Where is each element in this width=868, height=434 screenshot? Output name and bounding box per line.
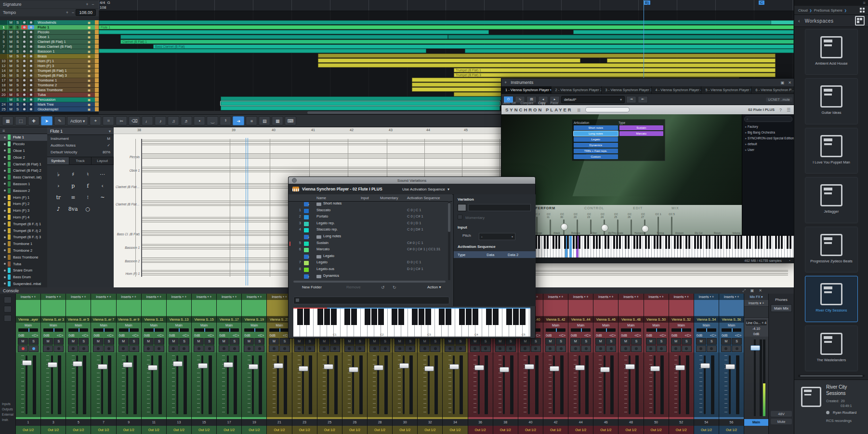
inserts-header[interactable]: Inserts▾+ — [543, 294, 568, 300]
activation-sequence[interactable]: C# 0 | C 1 — [407, 241, 423, 245]
redo-icon[interactable]: ↻ — [393, 285, 396, 290]
mute-button[interactable]: M — [8, 107, 14, 111]
dialog-titlebar[interactable]: Sound Variations — [289, 177, 535, 184]
mute-button[interactable]: M — [595, 338, 605, 345]
monitor-button[interactable] — [556, 345, 566, 352]
mute-button[interactable]: M — [169, 338, 179, 345]
solo-button[interactable]: S — [14, 73, 21, 78]
variation-color[interactable] — [304, 222, 309, 226]
solo-button[interactable]: S — [14, 107, 21, 111]
mute-button[interactable]: M — [520, 338, 530, 345]
instrument-editor-icon[interactable]: ▦ — [88, 21, 94, 24]
solo-button[interactable]: S — [682, 338, 692, 345]
track-row[interactable]: 24 M S Mark Tree ▦ — [0, 102, 99, 107]
activation-sequence[interactable]: D 0 | C# 1 — [407, 267, 423, 271]
track-row[interactable]: 8 M S Bassoon 1 ▦ — [0, 49, 99, 54]
mute-button[interactable]: M — [144, 338, 154, 345]
mute-button[interactable]: M — [470, 338, 480, 345]
insert-slot[interactable] — [16, 300, 40, 317]
browser-search-input[interactable]: ⌕ — [744, 116, 792, 122]
mute-button[interactable]: M — [43, 338, 53, 345]
solo-button[interactable]: S — [14, 54, 21, 58]
score-instrument-row[interactable]: Suspended..mbal — [0, 281, 47, 287]
music-symbol-button[interactable]: tr — [52, 193, 65, 202]
insert-slot[interactable] — [66, 300, 91, 317]
audio-clip[interactable] — [318, 58, 580, 63]
output-bus[interactable]: Out 1/2 — [342, 426, 367, 434]
workspace-card[interactable]: Jetlagger — [805, 177, 858, 223]
instrument-editor-icon[interactable]: ▦ — [88, 98, 94, 101]
preset-selector[interactable]: default*▾ — [561, 96, 625, 103]
fader-handle[interactable] — [22, 360, 32, 366]
pan-control[interactable] — [169, 328, 189, 332]
articulation-cell[interactable]: Custom — [574, 154, 618, 159]
channel-strip[interactable]: Inserts▾+ Vienna S..46 Main 0dB <C> M S — [593, 294, 618, 434]
output-bus[interactable]: Out 1/2 — [618, 426, 643, 434]
score-instrument-row[interactable]: Bassoon 1 — [0, 181, 47, 188]
output-bus[interactable]: Out 1/2 — [192, 426, 216, 434]
gain-value[interactable]: 0dB — [621, 334, 627, 337]
channel-strip[interactable]: Inserts▾+ Vienna S..52 Main 0dB <C> M S — [669, 294, 694, 434]
mixfx-slot[interactable]: Mix FX ▾ — [744, 294, 768, 300]
gain-value[interactable]: 0dB — [269, 334, 275, 337]
monitor-button[interactable] — [28, 97, 34, 102]
breadcrumb-sphere[interactable]: PreSonus Sphere — [814, 8, 842, 13]
solo-button[interactable]: S — [229, 338, 239, 345]
track-row[interactable]: M S Woodwinds ▦ — [0, 20, 99, 25]
track-row[interactable]: 2 M S Piccolo ▦ — [0, 30, 99, 35]
gain-value[interactable]: 0dB — [596, 334, 602, 337]
inserts-header[interactable]: Inserts▾+ — [644, 294, 669, 300]
remove-button[interactable]: Remove — [346, 285, 361, 289]
mute-button[interactable]: M — [420, 338, 430, 345]
output-bus[interactable]: Out 1/2 — [393, 426, 417, 434]
music-symbol-button[interactable]: › — [52, 181, 65, 190]
mute-button[interactable]: M — [8, 44, 14, 49]
toolbar-button[interactable]: • — [194, 116, 205, 125]
variation-row[interactable]: 3 ▾ Legato rep. C 0 | D 1 — [289, 221, 452, 228]
variation-color[interactable] — [304, 209, 309, 213]
main-channel-strip[interactable]: Mix FX ▾ Inserts ▾ + Line Ou... + 4 -4.1… — [744, 294, 768, 434]
variation-row[interactable]: ▾ Short notes — [289, 201, 452, 208]
toolbar-button[interactable]: ▦ — [272, 116, 283, 125]
record-arm-button[interactable] — [21, 88, 27, 92]
track-row[interactable]: M S Brass ▦ — [0, 54, 99, 59]
monitor-button[interactable] — [707, 345, 717, 352]
solo-button[interactable]: S — [14, 78, 21, 82]
mute-button[interactable]: M — [8, 73, 14, 78]
output-bus[interactable]: Out 1/2 — [91, 426, 116, 434]
monitor-button[interactable] — [28, 25, 34, 29]
db-value[interactable]: 0dB — [744, 331, 768, 337]
output-bus[interactable]: Out 1/2 — [443, 426, 467, 434]
audio-clip[interactable] — [607, 58, 776, 63]
fader-handle[interactable] — [500, 367, 509, 372]
visibility-dot[interactable] — [4, 223, 6, 225]
inserts-header[interactable]: Inserts ▾ + — [744, 300, 768, 307]
pan-value[interactable]: <C> — [634, 334, 641, 337]
output-bus[interactable]: Out 1/2 — [242, 426, 266, 434]
horizontal-scrollbar[interactable] — [293, 281, 446, 283]
variation-name[interactable]: Sustain — [316, 241, 329, 245]
insert-slot[interactable] — [192, 300, 216, 317]
instrument-tab[interactable]: 1 - Vienna Synchron Player ▾ — [501, 86, 552, 94]
fader-handle[interactable] — [374, 365, 383, 370]
score-instrument-row[interactable]: Bass Drum — [0, 274, 47, 281]
filter-input[interactable] — [293, 297, 449, 304]
mute-button[interactable]: M — [395, 338, 405, 345]
audio-clip[interactable] — [99, 49, 426, 53]
solo-button[interactable]: S — [14, 35, 21, 39]
gain-value[interactable]: 0dB — [697, 334, 702, 337]
monitor-button[interactable] — [28, 44, 34, 49]
record-arm-button[interactable] — [21, 54, 27, 58]
variation-name[interactable]: Long notes — [323, 234, 341, 238]
visibility-dot[interactable] — [4, 170, 6, 172]
score-instrument-row[interactable]: Horn (F) 2 — [0, 201, 47, 207]
track-name[interactable]: Trumpet (B Flat) 1 — [35, 68, 87, 73]
channel-strip[interactable]: Inserts▾+ Vienna S..er 3 Main 0dB <C> M … — [41, 294, 66, 434]
score-instrument-row[interactable]: Piccolo — [0, 141, 47, 148]
paste-button[interactable]: Paste — [550, 101, 558, 105]
solo-button[interactable]: S — [254, 338, 264, 345]
music-symbol-button[interactable]: ♭ — [52, 170, 65, 178]
variation-row[interactable]: 8 ▾ Legato-sus D 0 | C# 1 — [289, 267, 452, 273]
record-arm-button[interactable] — [21, 102, 27, 107]
channel-name[interactable]: Vienna S..er 5 — [66, 316, 91, 323]
